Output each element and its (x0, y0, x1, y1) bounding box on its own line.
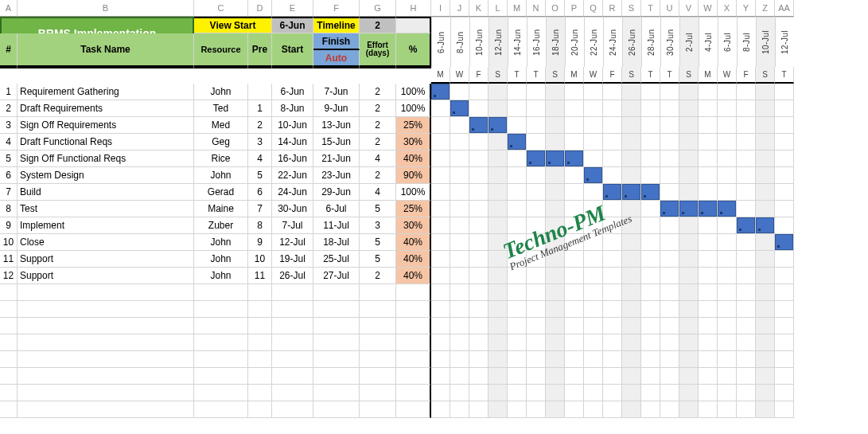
empty-cell[interactable] (756, 301, 775, 318)
empty-cell[interactable] (775, 351, 794, 368)
empty-cell[interactable] (565, 301, 584, 318)
empty-cell[interactable] (431, 385, 450, 401)
empty-cell[interactable] (450, 318, 469, 334)
empty-cell[interactable] (0, 401, 18, 418)
effort-cell[interactable]: 2 (360, 134, 396, 151)
resource-cell[interactable]: Med (194, 117, 248, 134)
empty-cell[interactable] (527, 301, 546, 318)
view-start-date-cell[interactable]: 6-Jun (272, 17, 313, 33)
empty-cell[interactable] (527, 351, 546, 368)
empty-cell[interactable] (0, 301, 18, 318)
empty-cell[interactable] (679, 401, 699, 418)
finish-cell[interactable]: 23-Jun (313, 167, 360, 184)
empty-cell[interactable] (641, 401, 660, 418)
percent-cell[interactable]: 40% (396, 234, 431, 251)
empty-cell[interactable] (756, 334, 775, 351)
empty-cell[interactable] (660, 401, 679, 418)
empty-cell[interactable] (679, 301, 699, 318)
task-name[interactable]: Support (18, 251, 194, 268)
pre-cell[interactable]: 6 (248, 184, 272, 201)
empty-cell[interactable] (469, 351, 488, 368)
empty-cell[interactable] (450, 351, 469, 368)
empty-cell[interactable] (18, 318, 194, 334)
empty-cell[interactable] (0, 368, 18, 385)
empty-cell[interactable] (775, 401, 794, 418)
empty-cell[interactable] (679, 318, 699, 334)
finish-cell[interactable]: 13-Jun (313, 117, 360, 134)
pre-cell[interactable]: 4 (248, 151, 272, 167)
empty-cell[interactable] (718, 334, 737, 351)
empty-cell[interactable] (272, 385, 313, 401)
empty-cell[interactable] (546, 368, 565, 385)
empty-cell[interactable] (313, 351, 360, 368)
empty-cell[interactable] (622, 318, 641, 334)
empty-cell[interactable] (431, 401, 450, 418)
empty-cell[interactable] (565, 318, 584, 334)
empty-cell[interactable] (508, 385, 527, 401)
empty-cell[interactable] (469, 385, 488, 401)
empty-cell[interactable] (450, 334, 469, 351)
empty-cell[interactable] (396, 318, 431, 334)
task-name[interactable]: Support (18, 268, 194, 284)
empty-cell[interactable] (679, 368, 699, 385)
empty-cell[interactable] (469, 318, 488, 334)
empty-cell[interactable] (699, 284, 718, 301)
empty-cell[interactable] (699, 368, 718, 385)
empty-cell[interactable] (737, 368, 756, 385)
empty-cell[interactable] (641, 301, 660, 318)
empty-cell[interactable] (194, 401, 248, 418)
empty-cell[interactable] (508, 368, 527, 385)
empty-cell[interactable] (603, 334, 622, 351)
pre-cell[interactable]: 3 (248, 134, 272, 151)
percent-cell[interactable]: 30% (396, 134, 431, 151)
task-name[interactable]: Implement (18, 217, 194, 234)
finish-cell[interactable]: 21-Jun (313, 151, 360, 167)
empty-cell[interactable] (622, 401, 641, 418)
empty-cell[interactable] (775, 284, 794, 301)
empty-cell[interactable] (679, 351, 699, 368)
empty-cell[interactable] (775, 334, 794, 351)
finish-cell[interactable]: 25-Jul (313, 251, 360, 268)
empty-cell[interactable] (622, 301, 641, 318)
empty-cell[interactable] (488, 318, 508, 334)
empty-cell[interactable] (584, 351, 603, 368)
empty-cell[interactable] (488, 301, 508, 318)
start-cell[interactable]: 22-Jun (272, 167, 313, 184)
empty-cell[interactable] (660, 301, 679, 318)
empty-cell[interactable] (0, 351, 18, 368)
percent-cell[interactable]: 100% (396, 184, 431, 201)
start-cell[interactable]: 16-Jun (272, 151, 313, 167)
empty-cell[interactable] (18, 368, 194, 385)
empty-cell[interactable] (756, 284, 775, 301)
effort-cell[interactable]: 5 (360, 201, 396, 217)
empty-cell[interactable] (248, 385, 272, 401)
empty-cell[interactable] (718, 401, 737, 418)
empty-cell[interactable] (527, 318, 546, 334)
empty-cell[interactable] (194, 318, 248, 334)
empty-cell[interactable] (272, 401, 313, 418)
empty-cell[interactable] (527, 334, 546, 351)
empty-cell[interactable] (737, 334, 756, 351)
effort-cell[interactable]: 4 (360, 151, 396, 167)
empty-cell[interactable] (699, 334, 718, 351)
empty-cell[interactable] (603, 401, 622, 418)
empty-cell[interactable] (622, 385, 641, 401)
empty-cell[interactable] (756, 401, 775, 418)
empty-cell[interactable] (699, 385, 718, 401)
empty-cell[interactable] (737, 385, 756, 401)
empty-cell[interactable] (431, 351, 450, 368)
empty-cell[interactable] (450, 385, 469, 401)
empty-cell[interactable] (622, 334, 641, 351)
empty-cell[interactable] (622, 284, 641, 301)
empty-cell[interactable] (469, 401, 488, 418)
empty-cell[interactable] (527, 385, 546, 401)
empty-cell[interactable] (431, 334, 450, 351)
empty-cell[interactable] (313, 284, 360, 301)
empty-cell[interactable] (0, 385, 18, 401)
empty-cell[interactable] (603, 368, 622, 385)
empty-cell[interactable] (584, 368, 603, 385)
start-cell[interactable]: 26-Jul (272, 268, 313, 284)
percent-cell[interactable]: 40% (396, 151, 431, 167)
empty-cell[interactable] (584, 284, 603, 301)
effort-cell[interactable]: 2 (360, 100, 396, 117)
